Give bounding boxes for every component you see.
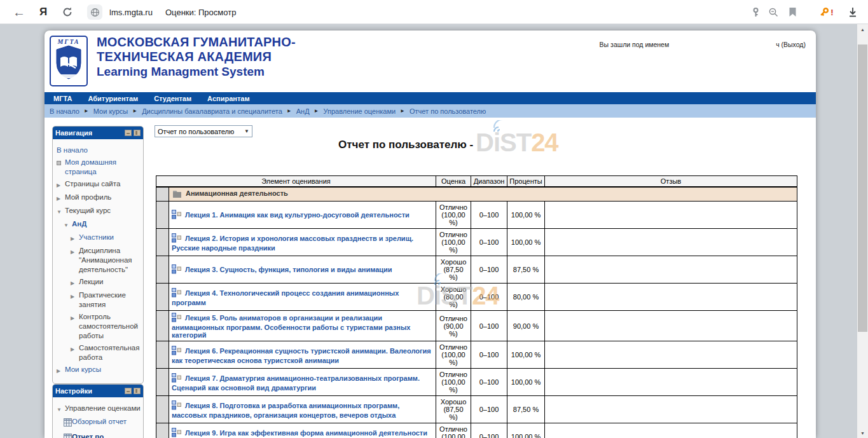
grade-item-cell: Лекция 6. Рекреационная сущность туристс…	[169, 341, 436, 369]
col-header-grade: Оценка	[436, 176, 471, 188]
expand-right-icon: ▶	[71, 343, 79, 362]
grade-row-0: Лекция 1. Анимация как вид культурно-дос…	[156, 202, 797, 229]
site-globe-icon[interactable]	[86, 0, 103, 24]
breadcrumb-link[interactable]: АнД	[296, 107, 310, 115]
watermark-signal-icon	[493, 120, 509, 133]
settings-item-0[interactable]: ▼ Управление оценками	[57, 404, 141, 414]
password-alert-icon[interactable]: !	[816, 0, 836, 24]
breadcrumb-separator-icon: ►	[84, 108, 89, 114]
grade-item-link[interactable]: Лекция 8. Подготовка и разработка анимац…	[172, 402, 399, 419]
grade-item-link[interactable]: Лекция 6. Рекреационная сущность туристс…	[172, 347, 431, 364]
logo-shield-icon	[55, 45, 82, 82]
lesson-icon	[172, 400, 181, 411]
yandex-browser-icon[interactable]: Я	[36, 0, 51, 24]
logout-link[interactable]: ч (Выход)	[776, 41, 806, 48]
grade-item-cell: Лекция 9. Игра как эффективная форма ани…	[169, 423, 436, 438]
grade-item-link[interactable]: Лекция 9. Игра как эффективная форма ани…	[172, 429, 427, 438]
dock-block-icon[interactable]	[134, 130, 141, 136]
navigation-item-12[interactable]: ▶ Мои курсы	[57, 365, 141, 376]
grades-table-wrap: Элемент оценивания Оценка Диапазон Проце…	[156, 175, 797, 438]
breadcrumb-link[interactable]: В начало	[50, 107, 79, 115]
breadcrumb-separator-icon: ►	[400, 108, 405, 114]
navigation-item-10[interactable]: ▶ Контроль самостоятельной работы	[71, 312, 141, 341]
site-content: МГТА МОСКОВСКАЯ ГУМАНИТАРНО- ТЕХНИЧЕСКАЯ…	[45, 31, 816, 438]
grade-row-2: Лекция 3. Сущность, функция, типология и…	[156, 256, 797, 284]
grade-cell: Отлично (90,00 %)	[436, 311, 471, 341]
download-icon[interactable]	[844, 0, 861, 24]
percent-cell: 87,50 %	[507, 396, 545, 423]
scrollbar-thumb[interactable]	[858, 44, 867, 332]
navigation-item-8[interactable]: ▶ Лекции	[71, 277, 141, 288]
main-nav-item-2[interactable]: Студентам	[154, 95, 191, 102]
navigation-item-7[interactable]: ▶ Дисциплина "Анимационная деятельность"	[71, 246, 141, 275]
site-title-line1: МОСКОВСКАЯ ГУМАНИТАРНО-	[97, 35, 296, 50]
lesson-icon	[172, 264, 181, 275]
main-nav-item-1[interactable]: Абитуриентам	[88, 95, 138, 102]
settings-item-1[interactable]: Обзорный отчет	[64, 417, 141, 430]
col-header-range: Диапазон	[471, 176, 507, 188]
navigation-item-2[interactable]: ▶ Страницы сайта	[57, 179, 141, 190]
row-indent	[156, 229, 169, 256]
grade-cell: Хорошо (87,50 %)	[436, 256, 471, 284]
settings-item-label: Управление оценками	[65, 404, 141, 414]
navigation-item-3[interactable]: ▶ Мой профиль	[57, 193, 141, 203]
grade-row-4: Лекция 5. Роль аниматоров в организации …	[156, 311, 797, 341]
back-icon[interactable]: ←	[10, 0, 28, 24]
grade-item-link[interactable]: Лекция 7. Драматургия анимационно-театра…	[172, 374, 420, 392]
navigation-block-header: Навигация	[53, 127, 143, 139]
grade-row-3: Лекция 4. Технологический процесс создан…	[156, 284, 797, 311]
address-bar-url[interactable]: lms.mgta.ru	[109, 0, 153, 24]
main-nav-item-3[interactable]: Аспирантам	[207, 95, 249, 102]
collapse-block-icon[interactable]	[125, 130, 132, 136]
feedback-cell	[545, 396, 797, 423]
breadcrumb-link[interactable]: Отчет по пользователю	[410, 107, 486, 115]
breadcrumb-link[interactable]: Дисциплины бакалавриата и специалитета	[142, 107, 282, 115]
grade-item-link[interactable]: Лекция 2. История и хронология массовых …	[172, 235, 413, 252]
mgta-logo: МГТА	[50, 36, 88, 86]
feedback-cell	[545, 423, 797, 438]
settings-block-title: Настройки	[55, 387, 125, 395]
grades-table: Элемент оценивания Оценка Диапазон Проце…	[156, 175, 797, 438]
bookmark-icon[interactable]	[785, 0, 800, 24]
feedback-cell	[545, 256, 797, 284]
navigation-item-9[interactable]: ▶ Практические занятия	[71, 291, 141, 310]
navigation-item-6[interactable]: ▶ Участники	[71, 233, 141, 243]
zoom-icon[interactable]	[766, 0, 781, 24]
report-select-value: Отчет по пользователю	[158, 128, 234, 135]
feedback-cell	[545, 341, 797, 369]
grade-item-link[interactable]: Лекция 4. Технологический процесс создан…	[172, 289, 399, 306]
range-cell: 0–100	[471, 369, 507, 396]
range-cell: 0–100	[471, 256, 507, 284]
grade-item-link[interactable]: Лекция 3. Сущность, функция, типология и…	[185, 266, 392, 273]
navigation-item-4[interactable]: ▼ Текущий курс	[57, 206, 141, 217]
collapse-block-icon[interactable]	[125, 388, 132, 394]
navigation-item-label: Участники	[79, 233, 141, 243]
range-cell: 0–100	[471, 396, 507, 423]
scrollbar[interactable]: ▲ ▼	[857, 24, 868, 438]
navigation-item-11[interactable]: ▶ Самостоятельная работа	[71, 343, 141, 362]
key-icon[interactable]	[748, 0, 763, 24]
scroll-up-icon[interactable]: ▲	[857, 24, 868, 34]
settings-item-2[interactable]: Отчет по пользователю	[64, 432, 141, 438]
category-label: Анимационная деятельность	[186, 189, 288, 197]
grade-item-link[interactable]: Лекция 5. Роль аниматоров в организации …	[172, 314, 411, 339]
address-bar-page-title[interactable]: Оценки: Просмотр	[165, 0, 236, 24]
navigation-item-label: Мои курсы	[65, 365, 141, 376]
breadcrumb-link[interactable]: Мои курсы	[93, 107, 128, 115]
scroll-down-icon[interactable]: ▼	[857, 428, 868, 438]
dock-block-icon[interactable]	[134, 388, 141, 394]
feedback-cell	[545, 229, 797, 256]
refresh-icon[interactable]	[59, 0, 76, 24]
report-type-select[interactable]: Отчет по пользователю ▼	[155, 125, 252, 137]
grade-item-cell: Лекция 3. Сущность, функция, типология и…	[169, 256, 436, 284]
navigation-item-0[interactable]: В начало	[57, 146, 141, 155]
grade-item-link[interactable]: Лекция 1. Анимация как вид культурно-дос…	[185, 211, 410, 219]
site-title: МОСКОВСКАЯ ГУМАНИТАРНО- ТЕХНИЧЕСКАЯ АКАД…	[97, 35, 296, 79]
expand-down-icon: ▼	[57, 206, 65, 217]
navigation-item-1[interactable]: Моя домашняя страница	[57, 158, 141, 177]
lesson-icon	[172, 233, 181, 244]
navigation-item-5[interactable]: ▼ АнД	[64, 219, 141, 230]
settings-item-label: Обзорный отчет	[72, 417, 141, 430]
main-nav-item-0[interactable]: МГТА	[53, 95, 72, 102]
breadcrumb-link[interactable]: Управление оценками	[324, 107, 396, 115]
